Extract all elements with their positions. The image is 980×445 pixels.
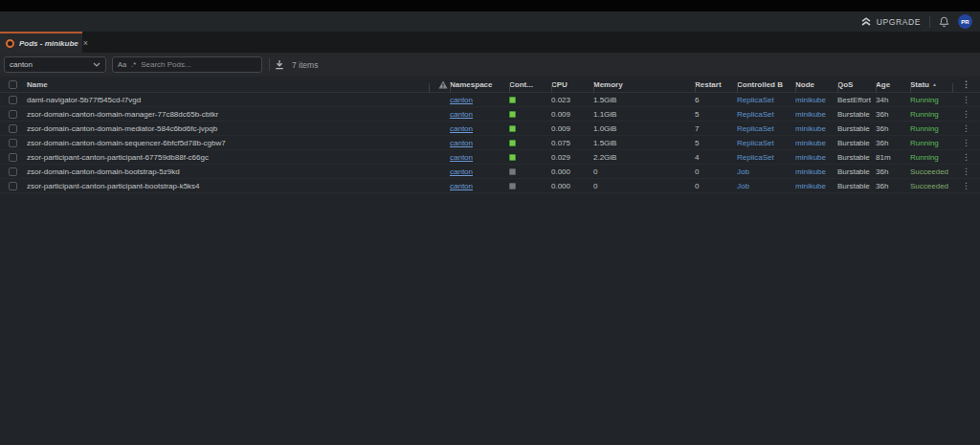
header-namespace[interactable]: Namespace — [450, 80, 509, 89]
header-status-label: Statu — [910, 80, 929, 89]
pod-name: zsor-domain-canton-domain-manager-77c88d… — [27, 110, 433, 119]
row-menu-icon[interactable]: ⋮ — [962, 110, 970, 119]
pod-memory: 1.5GiB — [593, 96, 695, 104]
pod-containers-cell — [509, 140, 551, 146]
notifications-button[interactable] — [939, 16, 949, 28]
controlled-by-link[interactable]: Job — [737, 167, 749, 176]
header-controlled-by[interactable]: Controlled B — [737, 80, 795, 89]
namespace-link[interactable]: canton — [450, 96, 473, 104]
upgrade-button[interactable]: UPGRADE — [860, 17, 921, 27]
column-menu-icon[interactable]: ⋮ — [962, 80, 970, 89]
upgrade-chevrons-icon — [860, 17, 872, 26]
node-link[interactable]: minikube — [795, 96, 826, 104]
namespace-filter-select[interactable]: canton — [4, 56, 106, 73]
tab-bar: Pods - minikube × — [0, 32, 980, 53]
pod-memory: 2.2GiB — [593, 153, 695, 162]
regex-toggle[interactable]: .* — [131, 60, 136, 69]
row-menu-icon[interactable]: ⋮ — [962, 182, 970, 190]
table-row[interactable]: daml-navigator-5b77f545cd-l7vgd canton 0… — [0, 93, 980, 107]
row-menu-icon[interactable]: ⋮ — [962, 96, 970, 104]
pod-age: 36h — [876, 167, 910, 176]
upgrade-label: UPGRADE — [877, 17, 921, 27]
header-cpu[interactable]: CPU — [551, 80, 593, 89]
header-memory[interactable]: Memory — [593, 80, 695, 89]
row-menu-icon[interactable]: ⋮ — [962, 139, 970, 147]
tab-pods-minikube[interactable]: Pods - minikube × — [0, 32, 82, 53]
pod-restarts: 5 — [695, 110, 737, 119]
namespace-filter-value: canton — [10, 60, 93, 69]
controlled-by-link[interactable]: ReplicaSet — [737, 124, 774, 133]
node-link[interactable]: minikube — [795, 182, 826, 190]
header-name[interactable]: Name — [27, 80, 433, 89]
header-containers[interactable]: Cont... — [509, 80, 551, 89]
pod-namespace-cell: canton — [450, 139, 509, 147]
namespace-link[interactable]: canton — [450, 182, 473, 190]
row-checkbox[interactable] — [9, 96, 17, 104]
row-checkbox[interactable] — [9, 182, 17, 190]
row-checkbox[interactable] — [9, 153, 17, 162]
table-row[interactable]: zsor-domain-canton-domain-sequencer-6bfc… — [0, 136, 980, 150]
pod-qos: Burstable — [837, 110, 876, 119]
controlled-by-link[interactable]: ReplicaSet — [737, 110, 774, 119]
pod-qos: Burstable — [837, 167, 876, 176]
row-checkbox[interactable] — [9, 139, 17, 147]
row-checkbox[interactable] — [9, 124, 17, 133]
row-menu-icon[interactable]: ⋮ — [962, 167, 970, 176]
pod-controlled-by-cell: Job — [737, 167, 795, 176]
controlled-by-link[interactable]: Job — [737, 182, 749, 190]
table-row[interactable]: zsor-domain-canton-domain-bootstrap-5z9k… — [0, 165, 980, 179]
pod-name: daml-navigator-5b77f545cd-l7vgd — [27, 96, 433, 104]
chevron-down-icon — [93, 62, 100, 67]
header-node[interactable]: Node — [795, 80, 837, 89]
table-row[interactable]: zsor-participant-canton-participant-boot… — [0, 179, 980, 193]
table-row[interactable]: zsor-participant-canton-participant-6775… — [0, 150, 980, 165]
select-all-checkbox[interactable] — [9, 80, 17, 89]
download-button[interactable] — [275, 59, 284, 70]
row-checkbox[interactable] — [9, 167, 17, 176]
pod-qos: Burstable — [837, 153, 876, 162]
tab-close-icon[interactable]: × — [83, 39, 88, 48]
row-checkbox[interactable] — [9, 110, 17, 119]
table-row[interactable]: zsor-domain-canton-domain-manager-77c88d… — [0, 107, 980, 122]
pod-qos: BestEffort — [837, 96, 876, 104]
namespace-link[interactable]: canton — [450, 124, 473, 133]
namespace-link[interactable]: canton — [450, 110, 473, 119]
pod-memory: 0 — [593, 182, 695, 190]
search-input[interactable] — [141, 60, 256, 69]
header-menu-cell: ⋮ — [952, 80, 980, 89]
controlled-by-link[interactable]: ReplicaSet — [737, 153, 774, 162]
pod-age: 36h — [876, 124, 910, 133]
pod-restarts: 5 — [695, 139, 737, 147]
node-link[interactable]: minikube — [795, 110, 826, 119]
header-warning-cell[interactable] — [433, 80, 450, 89]
header-qos[interactable]: QoS — [837, 80, 876, 89]
user-avatar[interactable]: PR — [958, 14, 972, 29]
node-link[interactable]: minikube — [795, 139, 826, 147]
header-age[interactable]: Age — [876, 80, 910, 89]
pod-cpu: 0.009 — [551, 124, 593, 133]
namespace-link[interactable]: canton — [450, 167, 473, 176]
row-menu-icon[interactable]: ⋮ — [962, 124, 970, 133]
namespace-link[interactable]: canton — [450, 153, 473, 162]
controlled-by-link[interactable]: ReplicaSet — [737, 96, 774, 104]
pod-containers-cell — [509, 183, 551, 189]
node-link[interactable]: minikube — [795, 124, 826, 133]
pod-containers-cell — [509, 125, 551, 132]
header-restarts[interactable]: Restart — [695, 80, 737, 89]
header-checkbox-cell — [0, 80, 27, 89]
pod-node-cell: minikube — [795, 110, 837, 119]
match-case-toggle[interactable]: Aa — [118, 60, 126, 69]
pod-name: zsor-participant-canton-participant-6775… — [27, 153, 433, 162]
row-menu-cell: ⋮ — [952, 124, 980, 133]
pod-cpu: 0.029 — [551, 153, 593, 162]
header-status[interactable]: Statu ▲ — [910, 80, 952, 89]
controlled-by-link[interactable]: ReplicaSet — [737, 139, 774, 147]
node-link[interactable]: minikube — [795, 167, 826, 176]
row-menu-icon[interactable]: ⋮ — [962, 153, 970, 162]
pod-controlled-by-cell: ReplicaSet — [737, 124, 795, 133]
filter-bar: canton Aa .* 7 items — [0, 53, 980, 77]
table-row[interactable]: zsor-domain-canton-domain-mediator-584c6… — [0, 122, 980, 136]
node-link[interactable]: minikube — [795, 153, 826, 162]
namespace-link[interactable]: canton — [450, 139, 473, 147]
container-status-square — [509, 125, 516, 132]
